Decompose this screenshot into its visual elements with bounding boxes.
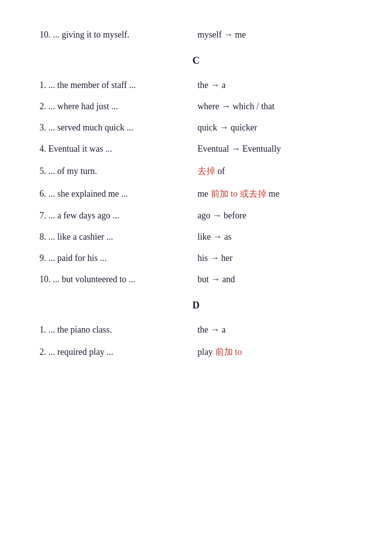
item-pre-10: 10. ... giving it to myself. myself → me	[39, 30, 353, 40]
item-text: 7. ... a few days ago ...	[39, 211, 119, 220]
item-c9: 9. ... paid for his ... his → her	[39, 253, 353, 263]
item-text: 5. ... of my turn.	[39, 166, 97, 176]
item-right: quick → quicker	[197, 123, 353, 133]
item-text: 3. ... served much quick ...	[39, 123, 133, 132]
item-right: but → and	[197, 274, 353, 285]
correction-text: me	[197, 189, 211, 199]
item-c2: 2. ... where had just ... where → which …	[39, 101, 353, 112]
item-c3: 3. ... served much quick ... quick → qui…	[39, 123, 353, 133]
correction-text: his → her	[197, 253, 233, 263]
correction-text: myself → me	[197, 30, 246, 40]
item-c4: 4. Eventual it was ... Eventual → Eventu…	[39, 144, 353, 154]
item-left: 9. ... paid for his ...	[39, 253, 197, 263]
item-left: 1. ... the member of staff ...	[39, 80, 197, 90]
item-text: 2. ... where had just ...	[39, 101, 118, 111]
section-c-header: C	[39, 55, 353, 66]
correction-text: quick → quicker	[197, 123, 257, 132]
page: 10. ... giving it to myself. myself → me…	[0, 0, 392, 398]
item-right: 去掉 of	[197, 165, 353, 177]
item-left: 8. ... like a cashier ...	[39, 232, 197, 242]
item-text: 9. ... paid for his ...	[39, 253, 107, 263]
correction-text: play	[197, 347, 215, 357]
correction-text: of	[215, 166, 225, 176]
correction-chinese: 前加 to 或去掉	[211, 189, 267, 199]
item-right: me 前加 to 或去掉 me	[197, 188, 353, 200]
item-c10: 10. ... but volunteered to ... but → and	[39, 274, 353, 285]
section-d-header: D	[39, 299, 353, 311]
item-d2: 2. ... required play ... play 前加 to	[39, 346, 353, 358]
item-d1: 1. ... the piano class. the → a	[39, 325, 353, 335]
item-right: the → a	[197, 325, 353, 335]
item-left: 6. ... she explained me ...	[39, 189, 197, 199]
item-right: like → as	[197, 232, 353, 242]
item-right: the → a	[197, 80, 353, 90]
item-right: ago → before	[197, 211, 353, 221]
item-right: his → her	[197, 253, 353, 263]
correction-text: but → and	[197, 274, 235, 284]
item-text: 1. ... the piano class.	[39, 325, 112, 335]
item-c8: 8. ... like a cashier ... like → as	[39, 232, 353, 242]
correction-text: the → a	[197, 325, 226, 335]
correction-chinese: 去掉	[197, 166, 215, 176]
correction-chinese: 前加 to	[215, 347, 242, 357]
item-left: 2. ... where had just ...	[39, 101, 197, 112]
correction-text: Eventual → Eventually	[197, 144, 281, 154]
item-left: 4. Eventual it was ...	[39, 144, 197, 154]
item-text: 10. ... giving it to myself.	[39, 30, 129, 40]
item-text: 1. ... the member of staff ...	[39, 80, 136, 90]
item-left: 7. ... a few days ago ...	[39, 211, 197, 221]
item-text: 4. Eventual it was ...	[39, 144, 112, 154]
correction-text: ago → before	[197, 211, 246, 220]
item-right: myself → me	[197, 30, 353, 40]
item-left: 10. ... giving it to myself.	[39, 30, 197, 40]
item-right: Eventual → Eventually	[197, 144, 353, 154]
item-text: 6. ... she explained me ...	[39, 189, 128, 199]
item-c5: 5. ... of my turn. 去掉 of	[39, 165, 353, 177]
item-right: where → which / that	[197, 101, 353, 112]
item-right: play 前加 to	[197, 346, 353, 358]
correction-text-2: me	[267, 189, 280, 199]
correction-text: the → a	[197, 80, 226, 90]
item-text: 2. ... required play ...	[39, 347, 113, 357]
item-text: 8. ... like a cashier ...	[39, 232, 113, 242]
correction-text: like → as	[197, 232, 232, 242]
item-c6: 6. ... she explained me ... me 前加 to 或去掉…	[39, 188, 353, 200]
item-text: 10. ... but volunteered to ...	[39, 274, 135, 284]
item-c1: 1. ... the member of staff ... the → a	[39, 80, 353, 90]
item-left: 10. ... but volunteered to ...	[39, 274, 197, 285]
item-left: 5. ... of my turn.	[39, 166, 197, 176]
correction-text: where → which / that	[197, 101, 274, 111]
item-left: 2. ... required play ...	[39, 347, 197, 357]
item-c7: 7. ... a few days ago ... ago → before	[39, 211, 353, 221]
item-left: 1. ... the piano class.	[39, 325, 197, 335]
item-left: 3. ... served much quick ...	[39, 123, 197, 133]
